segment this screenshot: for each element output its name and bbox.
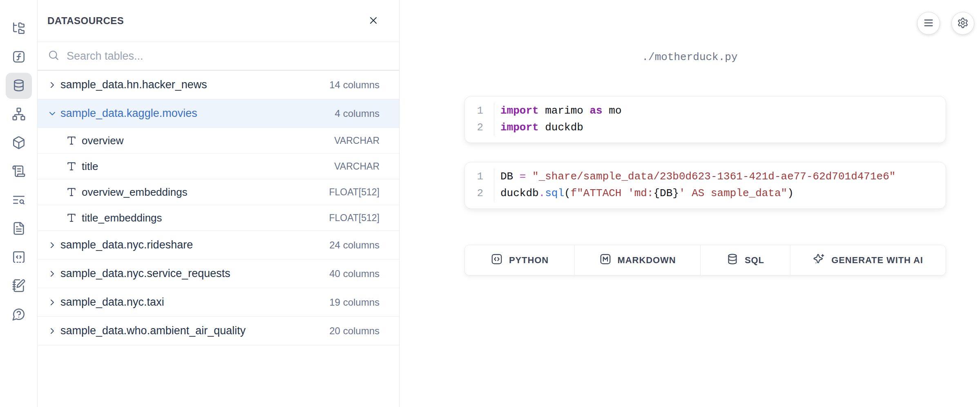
column-name: overview_embeddings <box>82 186 329 199</box>
icon-sidebar <box>0 0 38 407</box>
sidebar-item-snippets[interactable] <box>6 244 32 271</box>
chevron-right-icon <box>47 326 57 336</box>
sidebar-item-scratchpad[interactable] <box>6 273 32 299</box>
notebook-pen-icon <box>12 279 26 294</box>
line-number: 1 <box>477 105 483 117</box>
search-input[interactable] <box>66 49 389 63</box>
column-row[interactable]: overview_embeddings FLOAT[512] <box>38 179 399 205</box>
panel-header: DATASOURCES <box>38 0 399 42</box>
chevron-right-icon <box>47 80 57 90</box>
code-token: "_share/sample_data/23b0d623-1361-421d-a… <box>532 170 895 183</box>
sidebar-item-tracebacks[interactable] <box>6 187 32 213</box>
panel-title: DATASOURCES <box>47 15 124 27</box>
type-icon <box>66 212 77 223</box>
column-row[interactable]: overview VARCHAR <box>38 128 399 154</box>
generate-with-ai-label: GENERATE WITH AI <box>831 255 923 266</box>
gear-icon <box>957 17 969 30</box>
sidebar-item-datasources[interactable] <box>6 73 32 99</box>
code-token: as <box>589 105 602 117</box>
chevron-down-icon <box>47 109 57 119</box>
function-square-icon <box>12 50 26 65</box>
table-name: sample_data.hn.hacker_news <box>60 78 329 91</box>
table-name: sample_data.nyc.taxi <box>60 296 329 309</box>
line-number: 2 <box>477 187 483 199</box>
notebook-filename[interactable]: ./motherduck.py <box>400 51 980 64</box>
column-name: overview <box>82 134 334 147</box>
add-cell-bar: PYTHON MARKDOWN SQL GENERATE WITH AI <box>464 245 946 275</box>
table-columns-count: 14 columns <box>329 79 379 91</box>
table-row[interactable]: sample_data.nyc.rideshare 24 columns <box>38 231 399 259</box>
code-token: ) <box>787 187 794 199</box>
add-markdown-label: MARKDOWN <box>618 255 676 266</box>
code-editor[interactable]: DB = "_share/sample_data/23b0d623-1361-4… <box>494 168 895 202</box>
folder-tree-icon <box>12 21 26 36</box>
type-icon <box>66 161 77 172</box>
code-token: f"ATTACH 'md: <box>571 187 654 199</box>
sidebar-item-variables[interactable] <box>6 44 32 70</box>
sidebar-item-logs[interactable] <box>6 159 32 185</box>
sidebar-item-packages[interactable] <box>6 130 32 156</box>
sidebar-item-documentation[interactable] <box>6 216 32 242</box>
notebook-cells: 12 import marimo as moimport duckdb 12 D… <box>464 96 946 275</box>
line-number: 1 <box>477 170 483 183</box>
column-row[interactable]: title VARCHAR <box>38 154 399 179</box>
table-name: sample_data.who.ambient_air_quality <box>60 324 329 337</box>
column-type: FLOAT[512] <box>329 187 379 198</box>
sidebar-item-files[interactable] <box>6 16 32 42</box>
settings-button[interactable] <box>951 12 974 35</box>
code-cell[interactable]: 12 DB = "_share/sample_data/23b0d623-136… <box>464 162 946 209</box>
code-token: DB <box>500 170 520 183</box>
close-panel-button[interactable] <box>366 14 380 28</box>
column-row[interactable]: title_embeddings FLOAT[512] <box>38 205 399 231</box>
column-name: title_embeddings <box>82 212 329 224</box>
add-sql-label: SQL <box>745 255 764 266</box>
notebook-menu-button[interactable] <box>917 12 940 35</box>
network-icon <box>12 107 26 122</box>
table-name: sample_data.kaggle.movies <box>60 107 335 120</box>
code-token: . <box>539 187 545 199</box>
code-token: ' AS sample_data" <box>679 187 787 199</box>
code-token: import <box>500 105 539 117</box>
code-token: ( <box>564 187 571 199</box>
scroll-text-icon <box>12 164 26 179</box>
database-icon <box>12 78 26 94</box>
close-icon <box>368 15 379 27</box>
type-icon <box>66 135 77 146</box>
line-number-gutter: 12 <box>465 103 494 136</box>
message-circle-question-icon <box>12 307 26 322</box>
code-token: {DB} <box>654 187 679 199</box>
datasources-panel: DATASOURCES sample_data.hn.hacker_news 1… <box>38 0 400 407</box>
add-python-cell-button[interactable]: PYTHON <box>465 245 575 275</box>
menu-icon <box>923 17 934 30</box>
column-type: FLOAT[512] <box>329 212 379 224</box>
code-cell[interactable]: 12 import marimo as moimport duckdb <box>464 96 946 143</box>
table-row[interactable]: sample_data.nyc.taxi 19 columns <box>38 288 399 317</box>
top-actions <box>917 12 974 35</box>
add-markdown-cell-button[interactable]: MARKDOWN <box>575 245 701 275</box>
text-search-icon <box>12 193 26 208</box>
code-token: marimo <box>539 105 590 117</box>
code-editor[interactable]: import marimo as moimport duckdb <box>494 103 621 136</box>
table-row-selected[interactable]: sample_data.kaggle.movies 4 columns <box>38 99 399 128</box>
square-code-icon <box>491 253 503 268</box>
code-token: duckdb <box>539 121 583 134</box>
code-token: duckdb <box>500 187 539 199</box>
table-name: sample_data.nyc.service_requests <box>60 267 329 280</box>
table-row[interactable]: sample_data.who.ambient_air_quality 20 c… <box>38 317 399 345</box>
notebook-area: ./motherduck.py 12 import marimo as moim… <box>400 0 980 407</box>
column-type: VARCHAR <box>334 161 379 172</box>
table-name: sample_data.nyc.rideshare <box>60 239 329 251</box>
code-token: mo <box>603 105 622 117</box>
sparkles-icon <box>813 253 825 268</box>
table-row[interactable]: sample_data.hn.hacker_news 14 columns <box>38 71 399 99</box>
search-icon <box>47 49 60 63</box>
sidebar-item-help[interactable] <box>6 302 32 328</box>
generate-with-ai-button[interactable]: GENERATE WITH AI <box>790 245 946 275</box>
chevron-right-icon <box>47 269 57 279</box>
table-row[interactable]: sample_data.nyc.service_requests 40 colu… <box>38 259 399 288</box>
sidebar-item-dependencies[interactable] <box>6 101 32 127</box>
add-python-label: PYTHON <box>509 255 549 266</box>
box-icon <box>12 136 26 151</box>
add-sql-cell-button[interactable]: SQL <box>701 245 790 275</box>
search-bar <box>38 42 399 71</box>
